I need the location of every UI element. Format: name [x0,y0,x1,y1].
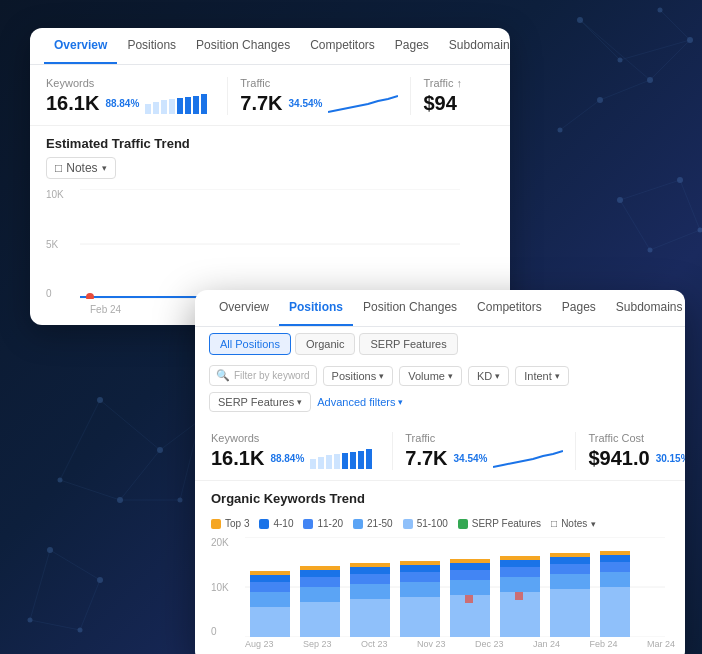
tab-position-changes[interactable]: Position Changes [186,28,300,64]
chevron-icon: ▾ [448,371,453,381]
front-tab-pages[interactable]: Pages [552,290,606,326]
chevron-icon: ▾ [398,397,403,407]
svg-rect-66 [250,607,290,637]
pos-keywords-mini-chart [310,449,380,469]
legend-serp-features: SERP Features [458,518,541,529]
traffic-chart-svg [80,189,460,299]
svg-rect-100 [550,564,590,574]
metric-traffic-cost: Traffic ↑ $94 [423,77,494,115]
svg-line-15 [80,580,100,630]
keywords-value: 16.1K 88.84% [46,92,215,115]
svg-rect-50 [201,94,207,114]
svg-line-4 [600,80,650,100]
svg-rect-75 [300,566,340,570]
sub-tab-serp-features[interactable]: SERP Features [359,333,457,355]
svg-rect-57 [326,455,332,469]
notes-row: □ Notes ▾ [30,157,510,185]
tab-competitors[interactable]: Competitors [300,28,385,64]
traffic-label: Traffic [240,77,398,89]
front-chart-svg [245,537,665,637]
svg-rect-106 [600,555,630,562]
51-100-dot [403,519,413,529]
svg-line-21 [620,200,650,250]
svg-line-5 [560,100,600,130]
svg-rect-93 [500,577,540,592]
svg-line-19 [680,180,700,230]
svg-line-11 [160,420,200,450]
front-tab-position-changes[interactable]: Position Changes [353,290,467,326]
svg-point-24 [687,37,693,43]
notes-button[interactable]: □ Notes ▾ [46,157,116,179]
pos-metric-keywords: Keywords 16.1K 88.84% [211,432,393,470]
organic-keywords-title: Organic Keywords Trend [195,481,685,512]
svg-rect-94 [500,567,540,577]
svg-rect-102 [550,553,590,557]
svg-line-2 [660,10,690,40]
organic-keywords-chart: 20K 10K 0 [195,533,685,654]
svg-point-30 [157,447,163,453]
svg-rect-69 [250,575,290,582]
front-tab-subdomains[interactable]: Subdomains [606,290,685,326]
svg-rect-61 [358,451,364,469]
svg-line-14 [50,550,100,580]
svg-point-40 [677,177,683,183]
metric-keywords: Keywords 16.1K 88.84% [46,77,228,115]
volume-filter[interactable]: Volume ▾ [399,366,462,386]
kd-filter[interactable]: KD ▾ [468,366,509,386]
svg-point-22 [577,17,583,23]
tab-overview[interactable]: Overview [44,28,117,64]
front-tab-positions[interactable]: Positions [279,290,353,326]
chevron-down-icon: ▾ [102,163,107,173]
keywords-mini-chart [145,94,215,114]
svg-rect-99 [550,574,590,589]
pos-keywords-label: Keywords [211,432,380,444]
svg-rect-43 [145,104,151,114]
svg-point-34 [178,498,183,503]
svg-point-37 [78,628,83,633]
svg-rect-85 [400,561,440,565]
positions-sub-tabs: All Positions Organic SERP Features [195,327,685,361]
svg-point-29 [97,397,103,403]
svg-rect-72 [300,587,340,602]
svg-rect-44 [153,102,159,114]
tab-subdomains[interactable]: Subdomains [439,28,510,64]
advanced-filters[interactable]: Advanced filters ▾ [317,396,402,408]
legend-top3: Top 3 [211,518,249,529]
intent-filter[interactable]: Intent ▾ [515,366,569,386]
front-tab-competitors[interactable]: Competitors [467,290,552,326]
svg-rect-97 [515,592,523,600]
positions-tabs: Overview Positions Position Changes Comp… [195,290,685,327]
tab-pages[interactable]: Pages [385,28,439,64]
svg-rect-98 [550,589,590,637]
serp-features-filter[interactable]: SERP Features ▾ [209,392,311,412]
tab-positions[interactable]: Positions [117,28,186,64]
legend-51-100: 51-100 [403,518,448,529]
11-20-dot [303,519,313,529]
svg-rect-60 [350,452,356,469]
positions-filter[interactable]: Positions ▾ [323,366,394,386]
svg-rect-95 [500,560,540,567]
keyword-filter-input[interactable]: 🔍 Filter by keyword [209,365,317,386]
sub-tab-all-positions[interactable]: All Positions [209,333,291,355]
svg-point-31 [117,497,123,503]
metric-traffic: Traffic 7.7K 34.54% [240,77,411,115]
svg-line-3 [580,20,620,60]
svg-point-41 [698,228,703,233]
pos-traffic-mini-chart [493,449,563,469]
front-tab-overview[interactable]: Overview [209,290,279,326]
svg-line-1 [650,40,690,80]
legend-11-20: 11-20 [303,518,343,529]
sub-tab-organic[interactable]: Organic [295,333,356,355]
front-chart-x-labels: Aug 23 Sep 23 Oct 23 Nov 23 Dec 23 Jan 2… [245,639,675,649]
legend-notes-chevron: ▾ [591,519,596,529]
svg-rect-59 [342,453,348,469]
svg-line-16 [30,620,80,630]
notes-box-icon: □ [551,518,557,529]
svg-rect-78 [350,574,390,584]
svg-point-26 [618,58,623,63]
svg-point-54 [86,293,94,299]
legend-notes: □ Notes ▾ [551,518,596,529]
svg-rect-107 [600,551,630,555]
svg-rect-46 [169,99,175,114]
svg-point-32 [58,478,63,483]
